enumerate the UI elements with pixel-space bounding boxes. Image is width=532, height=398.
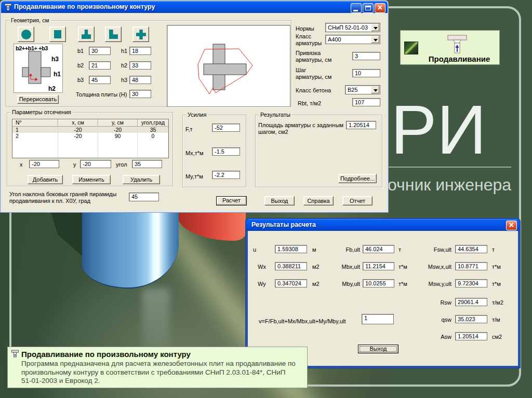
b3-field[interactable]: 45 — [89, 76, 111, 84]
table-row-empty — [12, 145, 168, 152]
minimize-button[interactable] — [351, 3, 362, 13]
b3-label: b3 — [77, 77, 84, 84]
area-label-2: шагом, см2 — [258, 129, 288, 135]
step-label-1: Шаг — [296, 67, 306, 74]
table-row-empty — [12, 139, 168, 145]
mswxult-field[interactable]: 10.8771 — [455, 262, 487, 270]
mswyult-label: Msw,y,ult — [422, 281, 451, 287]
concrete-select[interactable]: В25 — [345, 85, 380, 94]
rebar-class-label-2: арматуры — [296, 40, 322, 47]
qsw-field[interactable]: 35.023 — [455, 315, 487, 323]
mswyult-field[interactable]: 9.72304 — [455, 279, 487, 287]
angle-label: угол — [116, 161, 127, 168]
results-window-client: u 1.59308 м Wx 0.388211 м2 Wy 0.347024 м… — [248, 231, 518, 366]
rsw-label: Rsw — [422, 299, 451, 306]
diagram-h2-label: h2 — [48, 85, 56, 92]
mbyult-field[interactable]: 10.0255 — [363, 279, 394, 287]
rebar-dropdown-arrow[interactable] — [371, 36, 379, 43]
maximize-button[interactable] — [363, 3, 374, 13]
angle-field[interactable]: 35 — [132, 160, 162, 168]
modify-button[interactable]: Изменить — [72, 175, 111, 184]
mbxult-label: Mbx,ult — [331, 264, 360, 270]
badge-square-icon — [404, 42, 418, 54]
rebar-class-select[interactable]: А400 — [325, 35, 380, 44]
my-field[interactable]: -2.2 — [212, 171, 240, 179]
wy-field[interactable]: 0.347024 — [275, 279, 307, 287]
geometry-group-label: Геометрия, см — [9, 17, 50, 24]
results-exit-button[interactable]: Выход — [358, 345, 398, 353]
u-field[interactable]: 1.59308 — [275, 245, 307, 253]
rebar-class-label-1: Класс — [296, 33, 311, 40]
circle-icon — [21, 30, 31, 39]
exit-button[interactable]: Выход — [264, 196, 295, 205]
info-box-text: Программа предназначена для расчета желе… — [21, 360, 302, 386]
fbult-unit: т — [398, 246, 401, 253]
my-label: My,т*м — [185, 173, 203, 180]
big-letters: РИ — [391, 95, 486, 164]
step-field[interactable]: 10 — [352, 69, 380, 77]
b2-field[interactable]: 21 — [89, 61, 111, 70]
table-row[interactable]: 1 -20 -20 35 — [12, 127, 168, 133]
norms-label: Нормы — [296, 25, 314, 32]
h1-field[interactable]: 18 — [129, 47, 151, 55]
report-button[interactable]: Отчет — [342, 196, 373, 205]
main-window-client: Геометрия, см b2++b1+ +b3 h3 h1 h2 Перер… — [2, 13, 387, 211]
norms-dropdown-arrow[interactable] — [371, 24, 379, 31]
rbt-field[interactable]: 107 — [352, 98, 380, 106]
results-window: Результаты расчета × u 1.59308 м Wx 0.38… — [245, 218, 521, 368]
more-button[interactable]: Подробнее... — [338, 174, 377, 183]
fswult-field[interactable]: 44.6354 — [455, 245, 487, 253]
shape-tee-button[interactable] — [78, 26, 95, 42]
close-button[interactable]: × — [375, 3, 385, 13]
u-unit: м — [312, 246, 316, 253]
cutting-table[interactable]: N° x, см y, см угол,град 1 -20 -20 35 2 … — [12, 119, 169, 158]
anchor-field[interactable]: 3 — [352, 52, 380, 60]
thickness-field[interactable]: 30 — [129, 90, 151, 98]
f-field[interactable]: -52 — [212, 123, 240, 132]
square-icon — [54, 30, 61, 38]
h3-field[interactable]: 48 — [129, 76, 151, 84]
concrete-dropdown-arrow[interactable] — [371, 86, 379, 93]
badge: Продавливание — [400, 30, 500, 65]
slope-field[interactable]: 45 — [129, 193, 159, 201]
x-field[interactable]: -20 — [29, 160, 59, 168]
info-box-title: Продавливание по произвольному контуру — [21, 350, 191, 359]
h2-field[interactable]: 33 — [129, 61, 151, 70]
diagram-h1-label: h1 — [54, 71, 61, 78]
canvas-column-hbar — [204, 64, 246, 75]
fbult-label: Fb,ult — [331, 246, 360, 253]
results-close-button[interactable]: × — [506, 221, 517, 230]
delete-button[interactable]: Удалить — [123, 175, 160, 184]
calc-button[interactable]: Расчет — [216, 196, 247, 205]
help-button[interactable]: Справка — [303, 196, 334, 205]
wx-field[interactable]: 0.388211 — [275, 262, 307, 270]
table-row[interactable]: 2 -20 90 0 — [12, 133, 168, 139]
b1-field[interactable]: 30 — [89, 47, 111, 55]
y-field[interactable]: -20 — [80, 160, 111, 168]
h3-label: h3 — [121, 77, 127, 84]
shape-circle-button[interactable] — [18, 26, 34, 42]
app-icon — [4, 3, 12, 11]
shape-ell-button[interactable] — [105, 26, 122, 42]
b1-label: b1 — [77, 48, 84, 54]
fbult-field[interactable]: 46.024 — [363, 245, 394, 253]
add-button[interactable]: Добавить — [28, 175, 63, 184]
qsw-label: qsw — [422, 317, 451, 323]
h2-label: h2 — [121, 62, 127, 69]
forces-group-label: Усилия — [186, 112, 208, 118]
area-field[interactable]: 1.20514 — [346, 121, 376, 129]
col-y: y, см — [98, 119, 138, 127]
cross-icon — [136, 30, 146, 39]
shape-cross-button[interactable] — [132, 26, 149, 42]
x-label: x — [20, 161, 23, 168]
shape-square-button[interactable] — [49, 26, 66, 42]
rsw-field[interactable]: 29061.4 — [455, 298, 487, 306]
f-label: F,т — [185, 126, 193, 133]
mbxult-field[interactable]: 11.2154 — [363, 262, 394, 270]
redraw-button[interactable]: Перерисовать — [17, 95, 59, 104]
norms-select[interactable]: СНиП 52-01-03 — [325, 23, 380, 32]
contour-canvas[interactable] — [167, 25, 290, 107]
formula-field[interactable]: 1 — [362, 314, 394, 324]
asw-field[interactable]: 1.20514 — [455, 332, 487, 340]
mx-field[interactable]: -1.5 — [212, 147, 240, 156]
